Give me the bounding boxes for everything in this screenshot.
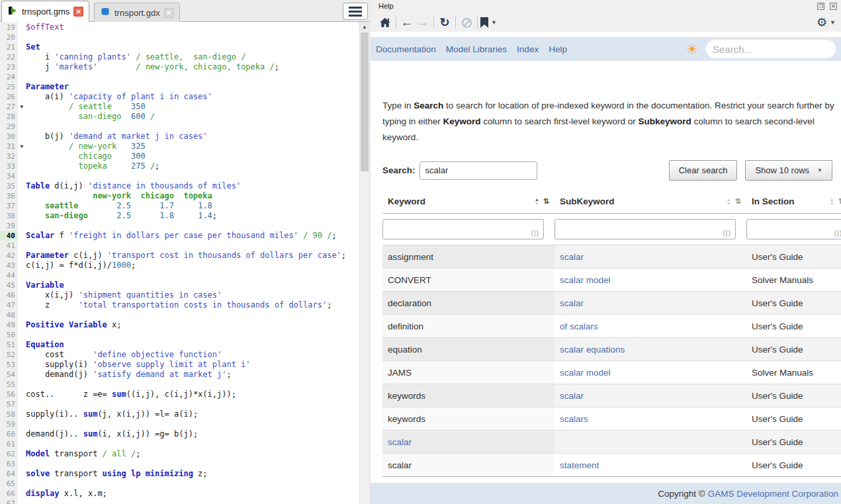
hamburger-menu-button[interactable] bbox=[343, 3, 368, 20]
keyword-search-input[interactable] bbox=[420, 161, 537, 180]
code-line[interactable]: 60demand(j).. sum(i, x(i,j)) =g= b(j); bbox=[0, 429, 359, 439]
code-line[interactable]: 32 chicago 300 bbox=[0, 151, 359, 161]
code-line[interactable]: 42Parameter c(i,j) 'transport cost in th… bbox=[0, 251, 359, 261]
keyword-cell-link[interactable]: scalar bbox=[388, 437, 412, 447]
code-line[interactable]: 29 bbox=[0, 122, 359, 132]
nav-documentation[interactable]: Documentation bbox=[376, 44, 436, 54]
back-button[interactable]: ← bbox=[399, 15, 415, 30]
subkeyword-cell-link[interactable]: statement bbox=[560, 460, 599, 470]
subkeyword-cell-link[interactable]: scalar equations bbox=[560, 345, 625, 355]
tab-trnsport-gms[interactable]: trnsport.gms ✕ bbox=[1, 1, 89, 22]
code-line[interactable]: 63 bbox=[0, 459, 359, 469]
code-line[interactable]: 24 bbox=[0, 72, 359, 82]
close-tab-icon[interactable]: ✕ bbox=[73, 7, 83, 17]
code-line[interactable]: 62Model transport / all /; bbox=[0, 449, 359, 459]
code-editor[interactable]: 19$offText2021Set22 i 'canning plants' /… bbox=[0, 22, 369, 504]
doc-search-input[interactable] bbox=[713, 44, 841, 55]
reload-button[interactable]: ↻ bbox=[437, 15, 453, 30]
section-filter-input[interactable] bbox=[746, 219, 841, 239]
theme-toggle-sun-icon[interactable]: ☀ bbox=[686, 41, 698, 57]
code-line[interactable]: 19$offText bbox=[0, 22, 359, 32]
code-line[interactable]: 51Equation bbox=[0, 340, 359, 350]
column-header-in-section[interactable]: In Section ▲▼⇅ bbox=[746, 191, 841, 214]
close-panel-icon[interactable]: ✕ bbox=[830, 3, 837, 10]
code-line[interactable]: 56cost.. z =e= sum((i,j), c(i,j)*x(i,j))… bbox=[0, 390, 359, 399]
show-rows-dropdown[interactable]: Show 10 rows▼ bbox=[745, 160, 832, 181]
line-number: 32 bbox=[0, 151, 18, 161]
code-line[interactable]: 44 bbox=[0, 271, 359, 280]
code-line[interactable]: 25Parameter bbox=[0, 82, 359, 92]
code-line[interactable]: 50 bbox=[0, 330, 359, 340]
scrollbar-thumb[interactable] bbox=[361, 32, 369, 171]
code-line[interactable]: 36 new-york chicago topeka bbox=[0, 191, 359, 201]
subkeyword-cell-link[interactable]: scalar model bbox=[560, 368, 611, 378]
code-line[interactable]: 52 cost 'define objective function' bbox=[0, 350, 359, 360]
column-header-keyword[interactable]: Keyword ▲▼⇅ bbox=[382, 191, 554, 214]
subkeyword-cell-link[interactable]: scalar bbox=[560, 391, 584, 401]
code-line[interactable]: 48 bbox=[0, 310, 359, 320]
code-line[interactable]: 23 j 'markets' / new-york, chicago, tope… bbox=[0, 62, 359, 72]
nav-model-libraries[interactable]: Model Libraries bbox=[446, 44, 507, 54]
code-line[interactable]: 54 demand(j) 'satisfy demand at market j… bbox=[0, 370, 359, 380]
code-line[interactable]: 21Set bbox=[0, 42, 359, 52]
code-line[interactable]: 22 i 'canning plants' / seattle, san-die… bbox=[0, 52, 359, 62]
code-line[interactable]: 59 bbox=[0, 419, 359, 429]
stop-button[interactable] bbox=[459, 15, 474, 30]
fold-marker-icon[interactable]: ▼ bbox=[18, 142, 26, 151]
subkeyword-cell-link[interactable]: of scalars bbox=[560, 321, 598, 331]
settings-button[interactable]: ⚙▼ bbox=[817, 15, 836, 30]
code-line[interactable]: 49Positive Variable x; bbox=[0, 320, 359, 330]
bookmark-button[interactable]: ▼ bbox=[480, 15, 497, 30]
subkeyword-cell-link[interactable]: scalar model bbox=[560, 275, 611, 285]
code-line[interactable]: 40Scalar f 'freight in dollars per case … bbox=[0, 231, 359, 241]
subkeyword-cell-link[interactable]: scalar bbox=[560, 252, 584, 262]
code-line[interactable]: 26 a(i) 'capacity of plant i in cases' bbox=[0, 92, 359, 102]
code-line[interactable]: 55 bbox=[0, 380, 359, 390]
code-line[interactable]: 61 bbox=[0, 439, 359, 449]
code-line[interactable]: 27▼ / seattle 350 bbox=[0, 102, 359, 112]
nav-index[interactable]: Index bbox=[517, 44, 539, 54]
subkeyword-cell-link[interactable]: scalar bbox=[560, 298, 584, 308]
gams-corporation-link[interactable]: GAMS Development Corporation bbox=[708, 489, 838, 499]
code-line[interactable]: 46 x(i,j) 'shipment quantities in cases' bbox=[0, 290, 359, 300]
code-line[interactable]: 53 supply(i) 'observe supply limit at pl… bbox=[0, 360, 359, 370]
code-line[interactable]: 38 san-diego 2.5 1.8 1.4; bbox=[0, 211, 359, 221]
forward-button[interactable]: → bbox=[415, 15, 431, 30]
code-line[interactable]: 20 bbox=[0, 32, 359, 42]
code-line[interactable]: 30 b(j) 'demand at market j in cases' bbox=[0, 132, 359, 142]
fold-marker-icon[interactable]: ▼ bbox=[18, 102, 26, 112]
code-line[interactable]: 39 bbox=[0, 221, 359, 231]
keyword-filter-input[interactable] bbox=[382, 219, 544, 239]
code-line[interactable]: 43c(i,j) = f*d(i,j)/1000; bbox=[0, 261, 359, 271]
scroll-up-arrow-icon[interactable]: ▲ bbox=[360, 22, 369, 32]
line-number: 30 bbox=[0, 132, 18, 142]
code-line[interactable]: 66display x.l, x.m; bbox=[0, 489, 359, 499]
editor-scrollbar[interactable]: ▲ bbox=[359, 22, 369, 504]
code-line[interactable]: 58supply(i).. sum(j, x(i,j)) =l= a(i); bbox=[0, 409, 359, 419]
subkeyword-cell-link[interactable]: scalars bbox=[560, 414, 588, 424]
code-line[interactable]: 65 bbox=[0, 479, 359, 489]
home-button[interactable] bbox=[377, 15, 393, 30]
code-line[interactable]: 64solve transport using lp minimizing z; bbox=[0, 469, 359, 479]
tab-trnsport-gdx[interactable]: trnsport.gdx ✕ bbox=[94, 3, 180, 22]
nav-help[interactable]: Help bbox=[549, 44, 567, 54]
code-line[interactable]: 57 bbox=[0, 399, 359, 409]
code-line[interactable]: 35Table d(i,j) 'distance in thousands of… bbox=[0, 181, 359, 191]
code-line[interactable]: 67 bbox=[0, 499, 359, 504]
code-line[interactable]: 33 topeka 275 /; bbox=[0, 161, 359, 171]
line-number: 19 bbox=[0, 22, 18, 32]
code-line[interactable]: 34 bbox=[0, 171, 359, 181]
close-tab-icon[interactable]: ✕ bbox=[164, 8, 174, 18]
code-line[interactable]: 37 seattle 2.5 1.7 1.8 bbox=[0, 201, 359, 211]
subkeyword-filter-input[interactable] bbox=[554, 219, 736, 239]
code-line[interactable]: 41 bbox=[0, 241, 359, 251]
subkeyword-cell: scalar equations bbox=[554, 338, 746, 361]
code-line[interactable]: 31▼ / new-york 325 bbox=[0, 142, 359, 151]
float-panel-icon[interactable]: ❐ bbox=[817, 3, 824, 10]
code-line[interactable]: 28 san-diego 600 / bbox=[0, 112, 359, 122]
doc-search-pill[interactable] bbox=[706, 40, 836, 58]
code-line[interactable]: 45Variable bbox=[0, 280, 359, 290]
clear-search-button[interactable]: Clear search bbox=[669, 160, 738, 181]
code-line[interactable]: 47 z 'total transportation costs in thou… bbox=[0, 300, 359, 310]
column-header-subkeyword[interactable]: SubKeyword ▲▼⇅ bbox=[554, 191, 746, 214]
